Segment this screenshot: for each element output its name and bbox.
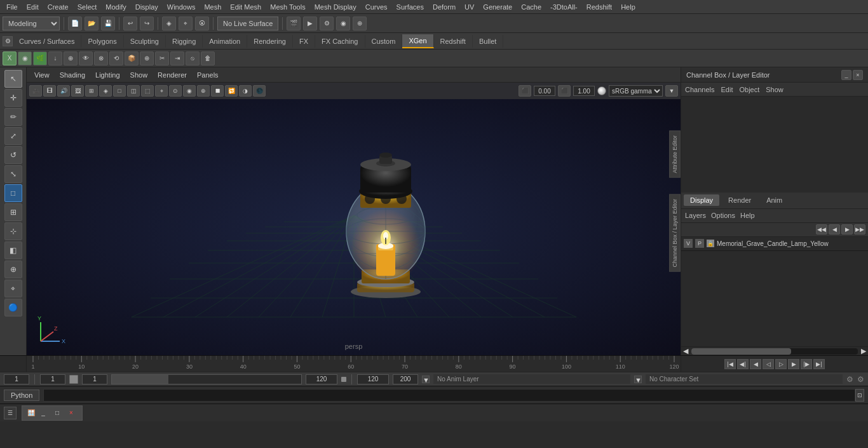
tab-curves-surfaces[interactable]: Curves / Surfaces	[13, 35, 81, 48]
vp-tb-10[interactable]: ⌖	[155, 85, 168, 97]
vp-tb-15[interactable]: 🔁	[225, 85, 238, 97]
vp-tb-6[interactable]: ◈	[99, 85, 112, 97]
vp-color-arrow[interactable]: ▼	[665, 85, 678, 97]
anim-prev-frame[interactable]: ◀	[750, 359, 761, 369]
tab-bullet[interactable]: Bullet	[473, 35, 504, 48]
anim-layer-selector[interactable]: No Anim Layer	[433, 374, 630, 384]
viewport-3d[interactable]: View Shading Lighting Show Renderer Pane…	[27, 67, 681, 355]
rp-channels[interactable]: Channels	[685, 86, 714, 93]
tab-rigging[interactable]: Rigging	[166, 35, 203, 48]
channel-box-tab[interactable]: Channel Box / Layer Editor	[669, 194, 681, 272]
anim-prev-key[interactable]: ◀|	[737, 359, 749, 369]
tab-xgen[interactable]: XGen	[402, 34, 433, 48]
vp-tb-film[interactable]: 🎞	[43, 85, 56, 97]
current-frame-input[interactable]: 1	[4, 374, 29, 384]
render-button[interactable]: 🎬	[287, 17, 301, 31]
win-minimize[interactable]: _	[37, 407, 49, 419]
anim-go-end[interactable]: ▶|	[813, 359, 825, 369]
vp-tb-8[interactable]: ◫	[127, 85, 140, 97]
menu-file[interactable]: File	[3, 2, 22, 12]
anim-play-fwd[interactable]: ▷	[775, 359, 787, 369]
xgen-tool-1[interactable]: X	[3, 51, 17, 65]
layer-btn-2[interactable]: ◀	[829, 224, 840, 234]
anim-go-start[interactable]: |◀	[724, 359, 736, 369]
timeline-track[interactable]: 1102030405060708090100110120	[27, 356, 681, 372]
tab-display[interactable]: Display	[684, 194, 719, 206]
layer-lock[interactable]: 🔒	[707, 240, 714, 247]
scale-tool[interactable]: ⤡	[4, 165, 22, 183]
menu-create[interactable]: Create	[44, 2, 72, 12]
attribute-editor-tab[interactable]: Attribute Editor	[669, 131, 681, 178]
timeline-slider[interactable]	[111, 374, 302, 384]
rp-close-btn[interactable]: ×	[853, 70, 863, 80]
python-tab[interactable]: Python	[4, 390, 39, 401]
toggle-button[interactable]: ⊕	[353, 17, 367, 31]
tab-polygons[interactable]: Polygons	[81, 35, 123, 48]
frame-input-2[interactable]	[40, 374, 65, 384]
menu-mesh[interactable]: Mesh	[200, 2, 225, 12]
menu-windows[interactable]: Windows	[163, 2, 200, 12]
xgen-tool-14[interactable]: 🗑	[201, 51, 215, 65]
menu-generate[interactable]: Generate	[479, 2, 516, 12]
scroll-right-btn[interactable]: ▶	[859, 347, 868, 355]
xgen-tool-3[interactable]: 🌿	[33, 51, 47, 65]
soft-select[interactable]: ⊹	[4, 222, 22, 240]
vp-tb-14[interactable]: 🔲	[211, 85, 224, 97]
menu-3dtoall[interactable]: -3DtoAll-	[546, 2, 581, 12]
vp-menu-panels[interactable]: Panels	[194, 70, 221, 80]
scroll-track[interactable]	[691, 348, 858, 355]
vp-tb-audio[interactable]: 🔊	[57, 85, 70, 97]
anim-play-back[interactable]: ◁	[763, 359, 774, 369]
render-settings-button[interactable]: ⚙	[320, 17, 334, 31]
layer-playback[interactable]: P	[695, 239, 704, 248]
menu-edit-mesh[interactable]: Edit Mesh	[226, 2, 265, 12]
anim-next-key[interactable]: |▶	[801, 359, 812, 369]
vp-tb-16[interactable]: ◑	[239, 85, 252, 97]
undo-button[interactable]: ↩	[123, 17, 137, 31]
vp-tb-12[interactable]: ◉	[183, 85, 196, 97]
xgen-tool-7[interactable]: ⊗	[94, 51, 108, 65]
vp-tb-11[interactable]: ⊙	[169, 85, 182, 97]
tab-fx[interactable]: FX	[293, 35, 315, 48]
save-scene-button[interactable]: 💾	[101, 17, 115, 31]
menu-modify[interactable]: Modify	[102, 2, 130, 12]
xgen-tool-6[interactable]: 👁	[79, 51, 93, 65]
tool-11[interactable]: ⊕	[4, 261, 22, 278]
snap-tool[interactable]: ⌖	[4, 280, 22, 297]
redo-button[interactable]: ↪	[140, 17, 154, 31]
layer-visibility[interactable]: V	[684, 239, 693, 248]
python-expand-btn[interactable]: ⊡	[855, 389, 864, 402]
rp-help-btn[interactable]: Help	[740, 212, 755, 219]
range-start-input[interactable]	[82, 374, 107, 384]
tool-10[interactable]: ◧	[4, 241, 22, 259]
color-space-dropdown[interactable]: sRGB gamma Linear Raw	[609, 85, 663, 97]
tab-animation[interactable]: Animation	[203, 35, 247, 48]
vp-tb-5[interactable]: ⊞	[85, 85, 98, 97]
xgen-tool-13[interactable]: ⍉	[186, 51, 200, 65]
workspace-dropdown[interactable]: Modeling Rigging Animation FX Rendering …	[3, 17, 60, 31]
scroll-left-btn[interactable]: ◀	[681, 347, 690, 355]
ipr-render-button[interactable]: ▶	[303, 17, 317, 31]
win-restore[interactable]: □	[51, 407, 63, 419]
bottom-gear-2[interactable]: ⚙	[857, 375, 864, 384]
bb-toggle[interactable]	[341, 377, 346, 382]
menu-edit[interactable]: Edit	[23, 2, 43, 12]
menu-uv[interactable]: UV	[461, 2, 478, 12]
viewport-canvas[interactable]: X Y Z persp	[27, 99, 681, 355]
paint-tool-button[interactable]: ⦿	[195, 17, 209, 31]
move-tool[interactable]: ✛	[4, 89, 22, 107]
vp-tb-13[interactable]: ⊕	[197, 85, 210, 97]
vp-tb-camera[interactable]: 🎥	[29, 85, 42, 97]
paint-tool[interactable]: ✏	[4, 108, 22, 126]
menu-curves[interactable]: Curves	[362, 2, 391, 12]
bb-arrow[interactable]: ▼	[422, 376, 430, 383]
tab-settings-button[interactable]: ⚙	[3, 36, 13, 46]
menu-cache[interactable]: Cache	[517, 2, 545, 12]
lasso-tool-button[interactable]: ⌖	[179, 17, 193, 31]
menu-mesh-display[interactable]: Mesh Display	[311, 2, 360, 12]
vp-menu-view[interactable]: View	[32, 70, 52, 80]
vp-tb-9[interactable]: ⬚	[141, 85, 154, 97]
vp-tb-7[interactable]: □	[113, 85, 126, 97]
menu-select[interactable]: Select	[74, 2, 101, 12]
xgen-tool-4[interactable]: ↓	[48, 51, 62, 65]
